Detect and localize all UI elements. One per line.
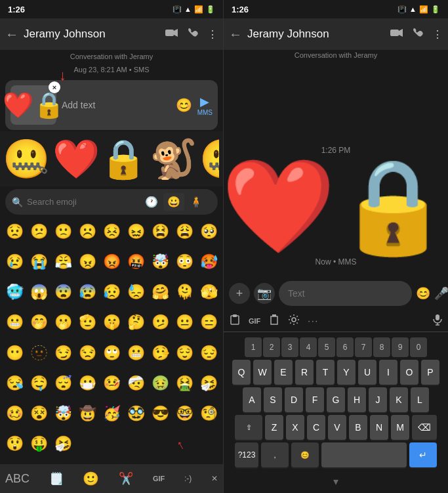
clipboard-tool-btn[interactable] (229, 314, 241, 328)
emoji-cell[interactable]: 😕 (27, 220, 51, 244)
emoji-cell[interactable]: 😐 (173, 311, 196, 334)
key-o[interactable]: O (400, 360, 418, 385)
search-input[interactable] (27, 197, 137, 207)
emoji-cell[interactable]: 😖 (124, 220, 148, 244)
num-key-7[interactable]: 7 (355, 337, 372, 357)
emoji-cell[interactable]: 🤕 (124, 372, 148, 395)
emoji-cell[interactable]: 🤬 (124, 250, 148, 274)
emoji-cell[interactable]: 🤠 (75, 402, 99, 425)
clipboard-button[interactable]: ✂️ (119, 471, 133, 486)
backspace-key[interactable]: ⌫ (412, 415, 437, 440)
emoji-cell[interactable]: 🫡 (75, 311, 99, 334)
emoji-cell[interactable]: 🥵 (197, 250, 220, 274)
enter-key[interactable]: ↵ (409, 442, 437, 467)
add-text-label[interactable]: Add text (62, 100, 95, 110)
more-tool-btn[interactable]: ··· (308, 316, 319, 326)
key-j[interactable]: J (369, 387, 387, 412)
emoji-cell[interactable]: 😳 (173, 250, 196, 274)
emoji-cell[interactable]: 🙄 (100, 341, 123, 365)
sticker-close-button[interactable]: × (49, 81, 60, 93)
emoji-compose-icon[interactable]: 😊 (176, 97, 192, 113)
chevron-down-icon[interactable]: ▾ (333, 475, 338, 488)
emoji-cell[interactable]: 😬 (3, 311, 26, 334)
emoji-cell[interactable]: 😑 (197, 311, 220, 334)
emoji-cell[interactable]: 🫤 (148, 311, 172, 334)
text-input-right[interactable] (279, 281, 412, 306)
settings-tool-btn[interactable] (288, 314, 300, 328)
emoji-cell[interactable]: 😷 (75, 372, 99, 395)
emoji-cell[interactable]: 🤗 (148, 280, 172, 304)
cat-smileys[interactable]: 😀 (163, 193, 184, 211)
num-key-1[interactable]: 1 (245, 337, 262, 357)
key-s[interactable]: S (264, 387, 282, 412)
emoji-cell[interactable]: 😶 (3, 341, 26, 365)
emoji-cell[interactable]: 🤧 (51, 432, 75, 456)
sticker-button[interactable]: 🗒️ (49, 471, 64, 486)
mic-input-icon-right[interactable]: 🎤 (434, 286, 448, 301)
num-key-2[interactable]: 2 (263, 337, 280, 357)
emoji-cell[interactable]: 🥸 (124, 402, 148, 425)
key-t[interactable]: T (316, 360, 335, 385)
big-emoji-3[interactable]: 🐒 (150, 137, 197, 181)
emoji-cell[interactable]: 🤥 (148, 341, 172, 365)
key-y[interactable]: Y (337, 360, 356, 385)
emoji-cell[interactable]: 🫠 (173, 280, 196, 304)
key-e[interactable]: E (274, 360, 293, 385)
key-q[interactable]: Q (232, 360, 251, 385)
key-h[interactable]: H (348, 387, 366, 412)
num-key-8[interactable]: 8 (373, 337, 390, 357)
cat-recent[interactable]: 🕐 (141, 193, 162, 211)
emoji-cell[interactable]: 🙁 (51, 220, 75, 244)
emoji-cell[interactable]: 🤧 (197, 372, 220, 395)
key-u[interactable]: U (358, 360, 377, 385)
emoji-cell[interactable]: 🤯 (51, 402, 75, 425)
key-i[interactable]: I (379, 360, 397, 385)
big-emoji-2[interactable]: ❤️‍🔒 (52, 137, 147, 181)
send-mms-button[interactable]: ▶ MMS (197, 95, 213, 116)
emoji-cell[interactable]: 😬 (124, 341, 148, 365)
emoji-cell[interactable]: 🤫 (100, 311, 123, 334)
emoji-cell[interactable]: 😡 (100, 250, 123, 274)
num-key-4[interactable]: 4 (300, 337, 317, 357)
emoji-cell[interactable]: 😵 (27, 402, 51, 425)
key-l[interactable]: L (411, 387, 429, 412)
key-w[interactable]: W (253, 360, 272, 385)
emoji-cell[interactable]: 🤔 (124, 311, 148, 334)
emoji-cell[interactable]: 😫 (148, 220, 172, 244)
emoji-cell[interactable]: ☹️ (75, 220, 99, 244)
key-x[interactable]: X (286, 415, 304, 440)
abc-button[interactable]: ABC (5, 472, 30, 486)
emoji-cell[interactable]: 😰 (75, 280, 99, 304)
emoji-key[interactable]: 😊 (291, 442, 319, 467)
emoji-cell[interactable]: 😨 (51, 280, 75, 304)
emoji-cell[interactable]: 😢 (3, 250, 26, 274)
back-button-left[interactable]: ← (5, 27, 18, 42)
emoji-cell[interactable]: 🤢 (148, 372, 172, 395)
key-f[interactable]: F (306, 387, 324, 412)
key-k[interactable]: K (390, 387, 408, 412)
key-r[interactable]: R (295, 360, 314, 385)
num-key-9[interactable]: 9 (392, 337, 409, 357)
gif-tool-btn[interactable]: GIF (249, 317, 260, 325)
phone-call-icon-right[interactable] (413, 28, 423, 41)
emoji-cell[interactable]: 😲 (3, 432, 26, 456)
add-button-right[interactable]: + (229, 283, 250, 304)
emoji-cell[interactable]: 🫥 (27, 341, 51, 365)
emoji-cell[interactable]: 🫣 (197, 280, 220, 304)
emoji-cell[interactable]: 😒 (75, 341, 99, 365)
key-d[interactable]: D (285, 387, 303, 412)
emoji-cell[interactable]: 🤓 (173, 402, 196, 425)
num-switch-key[interactable]: ?123 (235, 442, 258, 467)
gif-keyboard-button[interactable]: GIF (153, 475, 165, 482)
emoji-cell[interactable]: 😴 (51, 372, 75, 395)
emoji-cell[interactable]: 🥳 (100, 402, 123, 425)
key-p[interactable]: P (421, 360, 439, 385)
menu-icon-right[interactable]: ⋮ (432, 28, 443, 41)
num-key-0[interactable]: 0 (410, 337, 427, 357)
emoji-cell[interactable]: 🥶 (3, 280, 26, 304)
emoji-cell[interactable]: 🤒 (100, 372, 123, 395)
num-key-5[interactable]: 5 (318, 337, 335, 357)
emoji-cell[interactable]: 🥴 (3, 402, 26, 425)
camera-button-right[interactable]: 📷 (254, 283, 275, 304)
key-g[interactable]: G (327, 387, 345, 412)
